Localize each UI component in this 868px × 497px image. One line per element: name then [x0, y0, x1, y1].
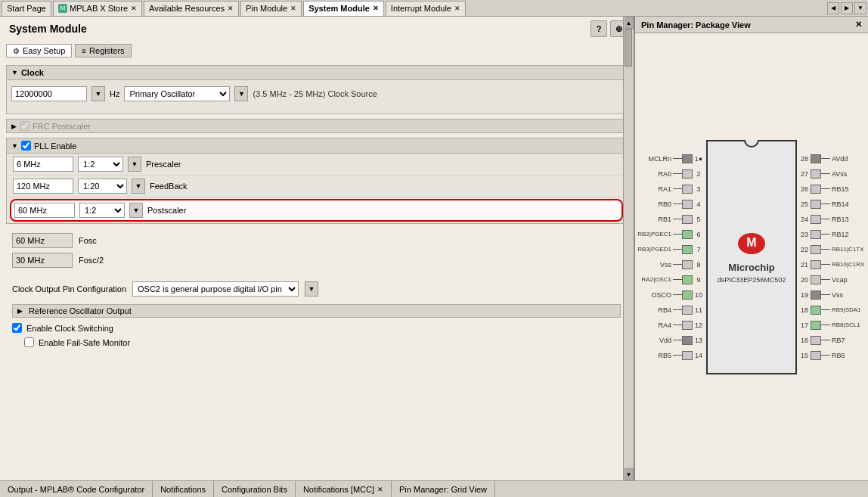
- tab-dropdown-button[interactable]: ▼: [854, 2, 866, 14]
- help-button[interactable]: ?: [591, 20, 607, 37]
- pin-box[interactable]: [682, 215, 693, 224]
- tab-close-icon[interactable]: ✕: [373, 5, 379, 12]
- pin-box[interactable]: [682, 306, 693, 315]
- prescaler-dropdown-button[interactable]: ▼: [128, 157, 141, 172]
- pin-box[interactable]: [682, 275, 693, 284]
- pin-num: 1●: [693, 155, 705, 163]
- tab-pin-module[interactable]: Pin Module ✕: [240, 1, 302, 16]
- frequency-dropdown-button[interactable]: ▼: [91, 86, 105, 101]
- registers-label: Registers: [89, 46, 124, 55]
- tab-scroll-right-button[interactable]: ▶: [841, 2, 853, 14]
- clock-section-header[interactable]: ▼ Clock: [7, 66, 626, 80]
- tab-mplab-store[interactable]: M MPLAB X Store ✕: [53, 1, 142, 16]
- setup-tabs-bar: ⚙ Easy Setup ≡ Registers: [0, 41, 633, 61]
- pin-box[interactable]: [682, 351, 693, 360]
- pin-box[interactable]: [682, 260, 693, 269]
- bottom-tab-close-icon[interactable]: ✕: [377, 486, 383, 493]
- postscaler-ratio-select[interactable]: 1:21:11:4: [79, 203, 125, 218]
- pin-box[interactable]: [811, 275, 821, 284]
- pll-section-header[interactable]: ▼ PLL Enable: [7, 138, 626, 154]
- tab-system-module[interactable]: System Module ✕: [303, 1, 384, 16]
- pins-right: 28 AVdd 27 AVss 26: [798, 151, 868, 363]
- pin-box[interactable]: [811, 169, 821, 179]
- bottom-tab-config-bits[interactable]: Configuration Bits: [214, 481, 296, 497]
- feedback-dropdown-button[interactable]: ▼: [132, 179, 145, 194]
- pin-box[interactable]: [811, 185, 821, 194]
- pin-line: [673, 279, 682, 280]
- oscillator-select[interactable]: Primary Oscillator FRC LPRC: [124, 86, 230, 101]
- prescaler-value-input[interactable]: [13, 157, 73, 172]
- tab-close-icon[interactable]: ✕: [228, 5, 234, 12]
- clock-section-content: ▼ Hz Primary Oscillator FRC LPRC ▼ (3.5 …: [7, 80, 626, 113]
- pin-box[interactable]: [682, 321, 693, 330]
- pin-row-rb15: 26 RB15: [798, 182, 868, 197]
- pin-num: 11: [693, 306, 705, 314]
- enable-clock-switching-checkbox[interactable]: [12, 323, 22, 333]
- pin-line: [673, 234, 682, 235]
- frequency-input[interactable]: [11, 86, 87, 101]
- pin-num: 7: [693, 246, 705, 253]
- scroll-area[interactable]: ▼ Clock ▼ Hz Primary Oscillator FRC LPRC…: [0, 61, 633, 480]
- feedback-value-input[interactable]: [13, 179, 73, 194]
- pin-box[interactable]: [811, 290, 821, 300]
- pin-row-rb0: RB0 4: [631, 197, 705, 212]
- enable-failsafe-checkbox[interactable]: [24, 337, 34, 347]
- pin-manager-close-icon[interactable]: ✕: [855, 20, 862, 30]
- pin-box[interactable]: [682, 185, 693, 194]
- scroll-thumb[interactable]: [625, 29, 632, 67]
- pin-num: 10: [693, 291, 705, 299]
- pin-box[interactable]: [682, 200, 693, 209]
- frc-checkbox[interactable]: [20, 121, 29, 131]
- bottom-tab-output[interactable]: Output - MPLAB® Code Configurator: [0, 481, 153, 497]
- pin-label: MCLRn: [631, 155, 673, 163]
- pin-line: [821, 173, 830, 174]
- pin-box[interactable]: [811, 306, 821, 315]
- clock-output-select[interactable]: OSC2 is general purpose digital I/O pin …: [132, 281, 299, 297]
- pin-num: 14: [693, 352, 705, 359]
- prescaler-ratio-select[interactable]: 1:21:11:3: [78, 157, 123, 172]
- tab-start-page[interactable]: Start Page: [2, 1, 51, 16]
- pin-box[interactable]: [811, 154, 821, 163]
- pin-label: OSCO: [631, 291, 673, 299]
- pin-box[interactable]: [811, 230, 821, 239]
- pin-box[interactable]: [811, 351, 821, 360]
- pin-box[interactable]: [682, 290, 693, 300]
- pin-box[interactable]: [811, 200, 821, 209]
- pin-box[interactable]: [682, 245, 693, 254]
- pin-box[interactable]: [811, 336, 821, 345]
- tab-close-icon[interactable]: ✕: [454, 5, 460, 12]
- tab-close-icon[interactable]: ✕: [290, 5, 296, 12]
- pin-row-vcap: 20 Vcap: [798, 272, 868, 287]
- ref-osc-arrow[interactable]: ▶: [17, 307, 23, 315]
- pin-line: [673, 203, 682, 204]
- scroll-down-button[interactable]: ▼: [625, 468, 634, 480]
- bottom-tab-pin-manager-grid[interactable]: Pin Manager: Grid View: [392, 481, 495, 497]
- pin-box[interactable]: [682, 336, 693, 345]
- tab-interrupt-module[interactable]: Interrupt Module ✕: [386, 1, 466, 16]
- tab-scroll-left-button[interactable]: ◀: [827, 2, 839, 14]
- postscaler-dropdown-button[interactable]: ▼: [129, 203, 143, 218]
- tab-easy-setup[interactable]: ⚙ Easy Setup: [6, 44, 72, 57]
- pll-enable-checkbox[interactable]: [21, 141, 31, 151]
- clock-output-dropdown-button[interactable]: ▼: [305, 281, 318, 297]
- tab-label: Start Page: [7, 4, 46, 13]
- oscillator-dropdown-button[interactable]: ▼: [234, 86, 248, 101]
- pin-box[interactable]: [682, 230, 693, 239]
- pin-box[interactable]: [811, 245, 821, 254]
- frc-collapse-arrow[interactable]: ▶: [11, 123, 17, 130]
- bottom-tab-notifications-mcc[interactable]: Notifications [MCC] ✕: [296, 481, 392, 497]
- tab-registers[interactable]: ≡ Registers: [75, 44, 131, 57]
- postscaler-value-input[interactable]: [14, 203, 75, 218]
- pin-box[interactable]: [682, 169, 693, 179]
- pin-row-avdd: 28 AVdd: [798, 151, 868, 166]
- pin-box[interactable]: [811, 260, 821, 269]
- scroll-up-button[interactable]: ▲: [625, 17, 634, 29]
- feedback-ratio-select[interactable]: 1:201:10: [78, 179, 127, 194]
- bottom-tab-notifications[interactable]: Notifications: [153, 481, 214, 497]
- tab-available-resources[interactable]: Available Resources ✕: [144, 1, 239, 16]
- pin-box[interactable]: [682, 154, 693, 163]
- tab-close-icon[interactable]: ✕: [131, 5, 137, 12]
- pin-row-rb10c1rx: 21 RB10|C1RX: [798, 257, 868, 272]
- pin-box[interactable]: [811, 321, 821, 330]
- pin-box[interactable]: [811, 215, 821, 224]
